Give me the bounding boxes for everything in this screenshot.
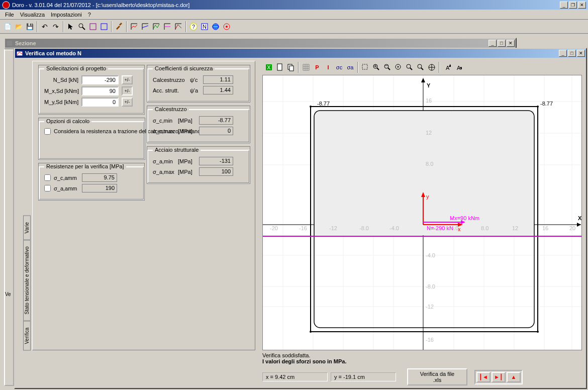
nav-prev-button[interactable]: ┃◄: [476, 372, 491, 382]
sezione-titlebar[interactable]: Sezione _ □ ✕: [5, 39, 516, 48]
svg-point-0: [3, 2, 10, 9]
sigma-c-icon[interactable]: σc: [334, 62, 345, 73]
cursor-icon[interactable]: [65, 21, 76, 32]
svg-text:8.0: 8.0: [481, 225, 488, 231]
open-icon[interactable]: [13, 21, 24, 32]
target-icon[interactable]: [221, 21, 232, 32]
info-icon[interactable]: ?: [188, 21, 199, 32]
sc-max-value: 0: [199, 127, 233, 135]
sezione-maximize[interactable]: □: [498, 40, 506, 47]
save-icon[interactable]: [24, 21, 35, 32]
menu-visualizza[interactable]: Visualizza: [17, 11, 48, 19]
svg-text:σc: σc: [336, 64, 343, 70]
svg-line-33: [410, 68, 412, 70]
legend-coeff: Coefficienti di sicurezza: [153, 65, 215, 71]
psi-a-symbol: ψ'a: [190, 87, 200, 93]
sigma-a-icon[interactable]: σa: [345, 62, 356, 73]
web-icon[interactable]: [210, 21, 221, 32]
close-button[interactable]: ✕: [578, 2, 586, 9]
undo-icon[interactable]: [39, 21, 50, 32]
svg-text:4.0: 4.0: [451, 225, 458, 231]
new-icon[interactable]: [2, 21, 13, 32]
status-x: x = 9.42 cm: [262, 372, 328, 381]
pv-icon[interactable]: P: [312, 62, 323, 73]
menu-file[interactable]: File: [2, 11, 17, 19]
mxsd-input[interactable]: [81, 86, 119, 95]
svg-text:▾: ▾: [460, 65, 462, 71]
nav-last-button[interactable]: ▲: [507, 372, 521, 382]
chart4-icon[interactable]: [162, 21, 173, 32]
verifica-titlebar[interactable]: Verifica col metodo N _ □ ✕: [15, 49, 586, 58]
nsd-label: N_Sd [kN]: [44, 77, 78, 83]
help-icon[interactable]: N: [199, 21, 210, 32]
grid-icon[interactable]: [301, 62, 312, 73]
chart3-icon[interactable]: [151, 21, 162, 32]
chart2-icon[interactable]: [140, 21, 151, 32]
menu-impostazioni[interactable]: Impostazioni: [48, 11, 85, 19]
vtab-stato[interactable]: Stato tensionale e deformativo: [23, 240, 31, 321]
sezione-icon: [6, 40, 13, 47]
nav-next-button[interactable]: ►┃: [492, 372, 506, 382]
status-y: y = -19.1 cm: [331, 372, 396, 381]
zoom-window-icon[interactable]: [360, 62, 371, 73]
svg-rect-4: [101, 24, 107, 30]
zoom-prev-icon[interactable]: [393, 62, 404, 73]
tool-b-icon[interactable]: [99, 21, 110, 32]
vtab-varie[interactable]: Varie: [23, 216, 31, 240]
nsd-toggle[interactable]: +/-: [122, 75, 133, 84]
nsd-input[interactable]: [81, 75, 119, 84]
sc-amm-checkbox[interactable]: [44, 174, 51, 181]
sc-amm-value: 9.75: [82, 173, 117, 182]
copy-icon[interactable]: [285, 62, 297, 73]
svg-line-26: [377, 68, 379, 70]
sa-max-label: σ_a,max: [153, 169, 175, 175]
hammer-icon[interactable]: [114, 21, 125, 32]
zoom-icon[interactable]: [76, 21, 87, 32]
menu-help[interactable]: ?: [85, 11, 94, 19]
vtab-verifica[interactable]: Verifica: [23, 321, 31, 350]
redo-icon[interactable]: [50, 21, 61, 32]
verifica-maximize[interactable]: □: [568, 50, 576, 57]
svg-rect-3: [90, 24, 96, 30]
mysd-toggle[interactable]: +/-: [122, 98, 133, 107]
excel-icon[interactable]: X: [263, 62, 274, 73]
sezione-minimize[interactable]: _: [488, 40, 497, 47]
font-down-icon[interactable]: A▾: [452, 62, 463, 73]
maximize-button[interactable]: ❐: [569, 2, 577, 9]
sa-amm-checkbox[interactable]: [44, 185, 51, 191]
zoom-ext-icon[interactable]: [415, 62, 426, 73]
svg-point-72: [537, 106, 539, 108]
svg-rect-19: [289, 66, 293, 71]
mysd-input[interactable]: [81, 98, 119, 107]
section-canvas[interactable]: X Y 0 y x Mx=90 kNm N=-290 kN: [262, 75, 582, 350]
verifica-minimize[interactable]: _: [559, 50, 567, 57]
trazione-checkbox[interactable]: [44, 128, 51, 135]
sezione-close[interactable]: ✕: [507, 40, 515, 47]
svg-text:I: I: [327, 64, 329, 70]
svg-text:-12: -12: [426, 304, 434, 310]
doc-icon[interactable]: [274, 62, 285, 73]
group-coeff: Coefficienti di sicurezza Calcestruzzo ψ…: [147, 65, 250, 102]
font-up-icon[interactable]: A▴: [441, 62, 452, 73]
left-ve-label: Ve: [5, 291, 11, 297]
ia-icon[interactable]: I: [323, 62, 334, 73]
svg-rect-13: [7, 41, 12, 46]
mxsd-toggle[interactable]: +/-: [122, 86, 133, 95]
tool-a-icon[interactable]: [87, 21, 99, 32]
psi-a-value: 1.44: [203, 86, 233, 94]
zoom-fit-icon[interactable]: [404, 62, 415, 73]
verify-from-file-button[interactable]: Verifica da file .xls: [407, 368, 467, 385]
svg-marker-62: [577, 223, 581, 227]
chart1-icon[interactable]: [129, 21, 140, 32]
sa-min-value: -131: [199, 157, 233, 165]
svg-text:-8.0: -8.0: [426, 283, 435, 289]
app-title: Doro - v. 3.01.04 del 21/07/2012 - [c:\u…: [12, 2, 189, 8]
svg-rect-24: [362, 64, 367, 69]
svg-text:Mx=90 kNm: Mx=90 kNm: [450, 215, 479, 221]
zoom-all-icon[interactable]: [426, 62, 437, 73]
chart5-icon[interactable]: [173, 21, 184, 32]
verifica-close[interactable]: ✕: [577, 50, 585, 57]
zoom-out-icon[interactable]: −: [382, 62, 393, 73]
zoom-in-icon[interactable]: +: [371, 62, 382, 73]
minimize-button[interactable]: _: [560, 2, 568, 9]
